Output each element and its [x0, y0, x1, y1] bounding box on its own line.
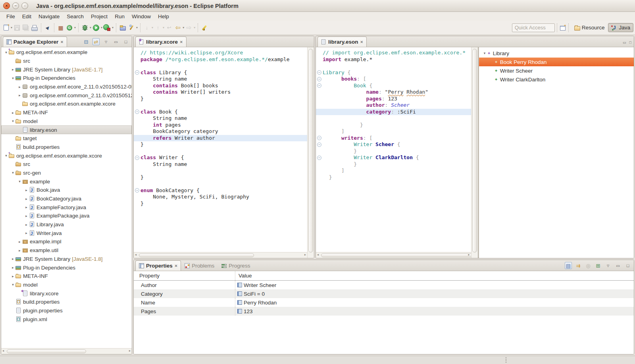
scroll-left-icon[interactable]: ◂: [135, 253, 137, 256]
code-line[interactable]: −class Book {: [134, 109, 307, 116]
scroll-thumb[interactable]: [7, 349, 86, 353]
maximize-editor-button[interactable]: □: [629, 40, 631, 44]
expand-arrow-icon[interactable]: ▸: [17, 248, 22, 252]
new-wizard-dropdown[interactable]: ▾: [11, 26, 12, 29]
fold-marker[interactable]: −: [316, 69, 323, 76]
expand-arrow-icon[interactable]: ▸: [10, 274, 15, 278]
search-dropdown[interactable]: ▾: [136, 26, 138, 29]
tab-library-xcore[interactable]: library.xcore ✕: [135, 37, 187, 47]
expand-arrow-icon[interactable]: ▾: [17, 179, 22, 183]
code-line[interactable]: author: Scheer: [316, 102, 471, 109]
code-line[interactable]: }: [134, 96, 307, 102]
expand-arrow-icon[interactable]: ▾: [10, 119, 15, 123]
search-button[interactable]: ▾: [127, 24, 138, 32]
expand-arrow-icon[interactable]: ▸: [10, 67, 15, 71]
column-header-value[interactable]: Value: [235, 273, 252, 279]
xcore-hscrollbar[interactable]: ◂ ▸: [134, 252, 307, 258]
minimize-view-button[interactable]: [112, 38, 119, 45]
window-minimize-button[interactable]: −: [12, 2, 19, 9]
external-tools-button[interactable]: ▾: [103, 24, 114, 32]
column-header-property[interactable]: Property: [134, 271, 235, 280]
eson-hscrollbar[interactable]: ◂ ▸: [316, 252, 471, 258]
minimize-editor-button[interactable]: ▭: [623, 40, 626, 44]
tree-item-meta-inf[interactable]: ▸META-INF: [1, 272, 132, 281]
code-line[interactable]: −class Writer {: [134, 154, 307, 161]
code-line[interactable]: [134, 168, 307, 174]
code-line[interactable]: − books: [: [316, 76, 471, 83]
view-menu-button[interactable]: [102, 38, 110, 45]
property-value-cell[interactable]: 123: [235, 308, 253, 314]
code-line[interactable]: [316, 63, 471, 69]
maximize-view-button[interactable]: [122, 38, 129, 45]
tab-progress[interactable]: Progress: [218, 260, 254, 271]
status-bar-grip[interactable]: [506, 357, 506, 363]
expand-arrow-icon[interactable]: ▾: [482, 51, 487, 55]
code-line[interactable]: − Writer Scheer {: [316, 141, 471, 148]
code-line[interactable]: }: [316, 148, 471, 155]
tree-item-jre-system-library[interactable]: ▸JRE System Library[JavaSE-1.8]: [1, 255, 132, 264]
back-dropdown[interactable]: ▾: [183, 26, 184, 29]
code-line[interactable]: None, Mystery, SciFi, Biography: [134, 194, 307, 200]
code-line[interactable]: String name: [134, 76, 307, 83]
scroll-right-icon[interactable]: ▸: [468, 253, 470, 256]
property-value-cell[interactable]: Writer Scheer: [235, 282, 276, 288]
tree-item-library.java[interactable]: ▸Library.java: [1, 220, 132, 229]
code-line[interactable]: − writers: [: [316, 135, 471, 142]
expand-arrow-icon[interactable]: ▾: [10, 76, 15, 80]
close-icon[interactable]: ✕: [60, 40, 64, 44]
debug-button[interactable]: ▾: [81, 24, 91, 32]
run-button[interactable]: ▾: [92, 24, 102, 32]
scroll-right-icon[interactable]: ▸: [304, 253, 306, 256]
highlighted-code-line[interactable]: category: :SciFi: [316, 109, 471, 116]
expand-arrow-icon[interactable]: ▸: [24, 214, 29, 218]
tree-item-build.properties[interactable]: build.properties: [1, 143, 132, 152]
window-maximize-button[interactable]: ▫: [21, 2, 28, 9]
minimize-view-button[interactable]: [614, 262, 622, 269]
outline-item-book-perry-rhodan[interactable]: ✦Book Perry Rhodan: [479, 58, 634, 66]
menu-file[interactable]: File: [3, 13, 18, 20]
fold-marker[interactable]: −: [134, 109, 140, 116]
code-line[interactable]: BookCategory category: [134, 128, 307, 135]
tree-item-org.eclipse.emf.common-2.11.0.v20150512[interactable]: ▸org.eclipse.emf.common_2.11.0.v20150512: [1, 91, 132, 100]
outline-item-library[interactable]: ▾✦Library: [479, 49, 634, 58]
show-tree-button[interactable]: [565, 262, 572, 269]
eson-code-area[interactable]: // import org.eclipse.emf.eson.example.x…: [316, 47, 471, 252]
view-menu-button[interactable]: [604, 262, 612, 269]
expand-arrow-icon[interactable]: ▸: [24, 197, 29, 201]
expand-arrow-icon[interactable]: ▸: [17, 93, 22, 97]
menu-project[interactable]: Project: [88, 13, 111, 20]
code-line[interactable]: [316, 115, 471, 122]
property-row-name[interactable]: NamePerry Rhodan: [134, 298, 634, 307]
xcore-code-area[interactable]: // https://wiki.eclipse.org/Xcorepackage…: [134, 47, 307, 252]
menu-navigate[interactable]: Navigate: [35, 13, 63, 20]
expand-arrow-icon[interactable]: ▸: [24, 188, 29, 192]
collapse-icon[interactable]: −: [317, 83, 321, 88]
code-line[interactable]: String name: [134, 115, 307, 122]
scroll-thumb[interactable]: [139, 253, 254, 257]
code-line[interactable]: import example.*: [316, 56, 471, 63]
tree-item-org.eclipse.emf.eson.example.xcore[interactable]: ▾✦org.eclipse.emf.eson.example.xcore: [1, 151, 132, 160]
expand-arrow-icon[interactable]: ▾: [10, 283, 15, 287]
maximize-view-button[interactable]: [624, 262, 631, 269]
code-line[interactable]: [134, 148, 307, 155]
close-icon[interactable]: ✕: [175, 264, 178, 268]
open-element-button[interactable]: [44, 24, 52, 32]
fold-marker[interactable]: −: [134, 69, 140, 76]
expand-arrow-icon[interactable]: ▸: [24, 223, 29, 227]
highlighted-code-line[interactable]: refers Writer author: [134, 135, 307, 142]
eson-vscrollbar[interactable]: [471, 47, 478, 258]
perspective-resource-button[interactable]: Resource: [572, 23, 608, 32]
collapse-icon[interactable]: −: [317, 77, 321, 81]
perspective-java-button[interactable]: J Java: [608, 23, 633, 32]
generate-dropdown[interactable]: ▾: [74, 26, 76, 29]
code-line[interactable]: }: [316, 174, 471, 181]
code-line[interactable]: [134, 181, 307, 187]
outline-item-writer-clarkdarlton[interactable]: ✦Writer ClarkDarlton: [479, 75, 634, 84]
code-line[interactable]: int pages: [134, 122, 307, 129]
tree-item-examplepackage.java[interactable]: ▸ExamplePackage.java: [1, 212, 132, 220]
tree-item-plugin.xml[interactable]: plugin.xml: [1, 315, 132, 324]
code-line[interactable]: }: [134, 200, 307, 207]
expand-arrow-icon[interactable]: ▸: [10, 266, 15, 270]
tree-item-bookcategory.java[interactable]: ▸BookCategory.java: [1, 195, 132, 203]
menu-window[interactable]: Window: [129, 13, 154, 20]
